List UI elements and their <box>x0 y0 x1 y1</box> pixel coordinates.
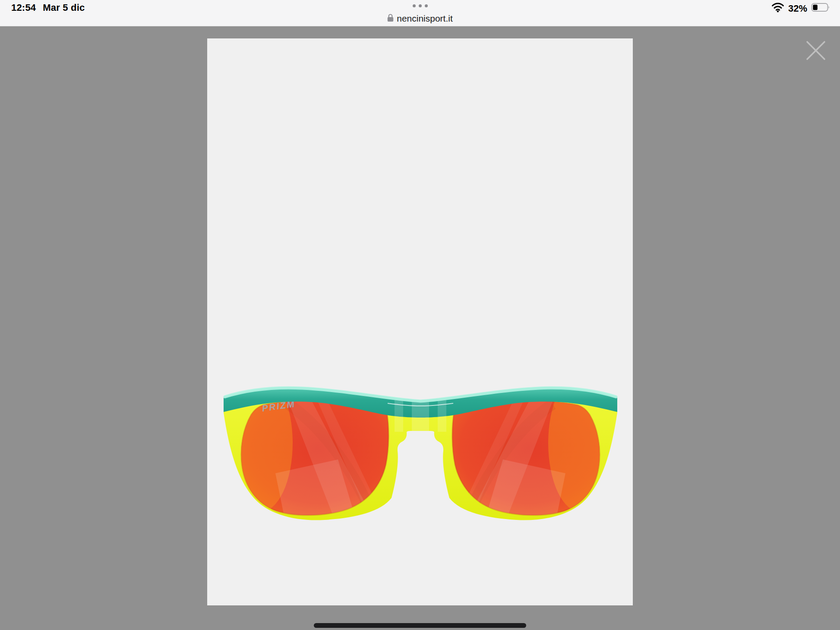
sunglasses-product-image: PRIZM <box>224 387 617 522</box>
lock-icon <box>387 13 394 24</box>
safari-status-bar: 12:54 Mar 5 dic 32% <box>0 0 840 26</box>
ellipsis-icon <box>413 4 416 7</box>
url-domain: nencinisport.it <box>397 13 453 24</box>
home-indicator[interactable] <box>314 623 526 628</box>
address-bar[interactable]: nencinisport.it <box>0 13 840 25</box>
product-image-panel[interactable]: PRIZM <box>207 38 633 605</box>
ellipsis-icon <box>419 4 422 7</box>
clock-date: 12:54 Mar 5 dic <box>11 2 85 13</box>
status-time: 12:54 <box>11 2 36 13</box>
close-button[interactable] <box>804 39 828 63</box>
ellipsis-icon <box>425 4 428 7</box>
status-date: Mar 5 dic <box>43 2 85 13</box>
page-options-button[interactable] <box>0 4 840 7</box>
close-icon <box>805 40 826 62</box>
